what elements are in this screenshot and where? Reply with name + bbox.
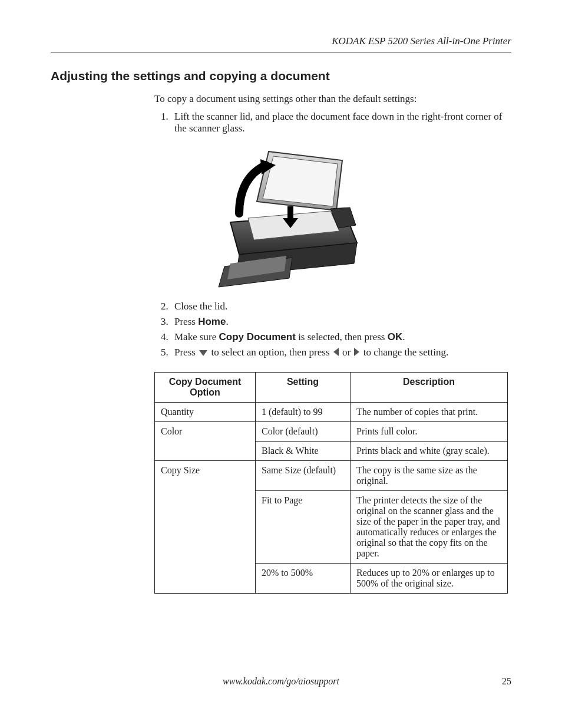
step-3-post: .	[226, 316, 228, 327]
cell-option: Quantity	[155, 403, 256, 422]
page-footer: www.kodak.com/go/aiosupport 25	[51, 676, 511, 687]
cell-setting: Color (default)	[256, 422, 351, 442]
printer-illustration	[198, 143, 375, 290]
cell-option: Copy Size	[155, 461, 256, 594]
cell-option: Color	[155, 422, 256, 461]
cell-desc: The copy is the same size as the origina…	[351, 461, 508, 491]
table-row: Copy Size Same Size (default) The copy i…	[155, 461, 508, 491]
step-5-mid: to select an option, then press	[209, 347, 332, 358]
steps-list-cont: Close the lid. Press Home. Make sure Cop…	[154, 301, 511, 359]
step-5-post: to change the setting.	[361, 347, 448, 358]
step-5-or: or	[340, 347, 353, 358]
step-4-mid: is selected, then press	[296, 331, 388, 342]
step-3-pre: Press	[174, 316, 198, 327]
copy-document-label: Copy Document	[219, 331, 296, 342]
cell-setting: 20% to 500%	[256, 564, 351, 594]
step-2: Close the lid.	[171, 301, 511, 312]
copy-options-table: Copy Document Option Setting Description…	[154, 372, 508, 594]
home-button-label: Home	[198, 316, 226, 327]
table-row: Color Color (default) Prints full color.	[155, 422, 508, 442]
step-4-post: .	[402, 331, 405, 342]
step-5: Press to select an option, then press or…	[171, 347, 511, 359]
cell-setting: Same Size (default)	[256, 461, 351, 491]
svg-marker-13	[354, 348, 359, 356]
ok-button-label: OK	[388, 331, 403, 342]
step-4-pre: Make sure	[174, 331, 219, 342]
running-header: KODAK ESP 5200 Series All-in-One Printer	[51, 35, 511, 52]
page-number: 25	[502, 676, 511, 687]
cell-setting: 1 (default) to 99	[256, 403, 351, 422]
cell-desc: The number of copies that print.	[351, 403, 508, 422]
svg-marker-12	[333, 348, 339, 356]
svg-marker-11	[199, 350, 207, 356]
svg-marker-1	[263, 156, 338, 206]
col-header-setting: Setting	[256, 373, 351, 403]
left-arrow-icon	[333, 347, 339, 359]
section-heading: Adjusting the settings and copying a doc…	[51, 69, 511, 83]
cell-desc: Prints full color.	[351, 422, 508, 442]
footer-url: www.kodak.com/go/aiosupport	[51, 676, 511, 687]
cell-desc: Reduces up to 20% or enlarges up to 500%…	[351, 564, 508, 594]
intro-text: To copy a document using settings other …	[154, 93, 511, 105]
step-5-pre: Press	[174, 347, 198, 358]
step-1: Lift the scanner lid, and place the docu…	[171, 111, 511, 134]
col-header-description: Description	[351, 373, 508, 403]
table-row: Quantity 1 (default) to 99 The number of…	[155, 403, 508, 422]
cell-setting: Fit to Page	[256, 491, 351, 564]
cell-setting: Black & White	[256, 442, 351, 461]
right-arrow-icon	[354, 347, 359, 359]
steps-list: Lift the scanner lid, and place the docu…	[154, 111, 511, 134]
down-arrow-icon	[199, 347, 207, 359]
step-3: Press Home.	[171, 316, 511, 328]
cell-desc: Prints black and white (gray scale).	[351, 442, 508, 461]
col-header-option: Copy Document Option	[155, 373, 256, 403]
cell-desc: The printer detects the size of the orig…	[351, 491, 508, 564]
step-4: Make sure Copy Document is selected, the…	[171, 331, 511, 343]
svg-rect-9	[287, 206, 293, 219]
